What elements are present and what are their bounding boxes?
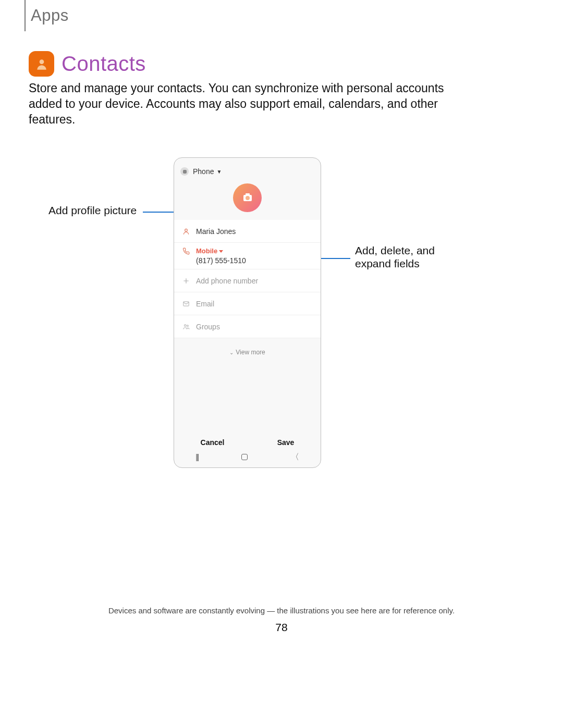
camera-icon [243, 195, 252, 201]
phone-icon [181, 248, 191, 255]
svg-point-4 [187, 325, 188, 326]
svg-point-3 [185, 324, 187, 326]
email-label: Email [196, 300, 214, 308]
home-button[interactable] [241, 454, 248, 460]
groups-icon [181, 323, 191, 330]
divider [25, 0, 26, 31]
groups-label: Groups [196, 323, 220, 331]
callout-profile-picture: Add profile picture [48, 204, 137, 217]
page-title: Contacts [62, 52, 146, 76]
cancel-button[interactable]: Cancel [201, 438, 225, 447]
section-tab-label: Apps [31, 6, 69, 25]
groups-field[interactable]: Groups [174, 315, 321, 338]
phone-number: (817) 555-1510 [196, 256, 246, 265]
mail-icon [181, 300, 191, 307]
contacts-app-icon [29, 51, 54, 77]
phone-type-selector[interactable]: Mobile [196, 247, 223, 255]
footer-disclaimer: Devices and software are constantly evol… [0, 606, 563, 615]
back-button[interactable]: 〈 [291, 452, 299, 463]
chevron-down-icon: ▼ [216, 169, 222, 175]
name-field[interactable]: Maria Jones [174, 220, 321, 243]
breadcrumb: Apps [25, 0, 69, 31]
storage-selector[interactable]: Phone ▼ [174, 158, 321, 176]
svg-point-1 [185, 229, 188, 231]
person-icon [181, 228, 191, 235]
callout-line [317, 258, 350, 259]
storage-label: Phone [193, 167, 214, 176]
plus-icon [181, 277, 191, 285]
chevron-down-icon: ⌄ [229, 350, 234, 355]
page-number: 78 [0, 621, 563, 634]
add-phone-label: Add phone number [196, 277, 258, 285]
recent-apps-button[interactable]: ||| [195, 453, 198, 461]
phone-mockup: Phone ▼ Maria Jones Mobile [174, 157, 321, 468]
save-button[interactable]: Save [277, 438, 295, 447]
add-phone-row[interactable]: Add phone number [174, 269, 321, 292]
android-navbar: ||| 〈 [174, 451, 321, 463]
add-profile-picture-button[interactable] [233, 183, 262, 212]
email-field[interactable]: Email [174, 292, 321, 315]
page-description: Store and manage your contacts. You can … [29, 81, 461, 128]
view-more-button[interactable]: ⌄View more [174, 349, 321, 356]
svg-point-0 [39, 59, 44, 64]
storage-icon [180, 167, 189, 176]
page-title-row: Contacts [29, 51, 146, 77]
contact-name: Maria Jones [196, 227, 236, 236]
callout-expand-fields: Add, delete, and expand fields [355, 244, 459, 270]
phone-field[interactable]: Mobile (817) 555-1510 [174, 243, 321, 269]
